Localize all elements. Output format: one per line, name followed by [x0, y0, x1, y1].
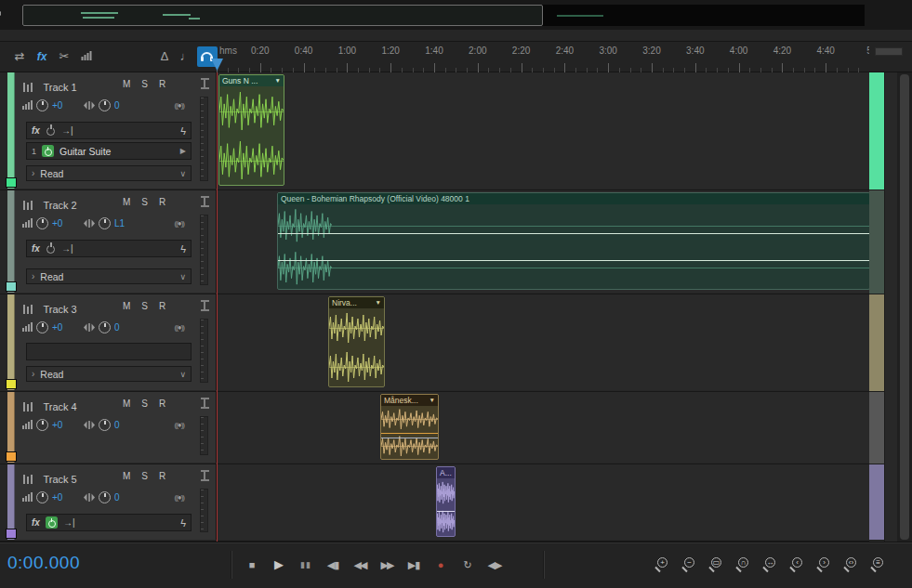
timeline-navigator[interactable] [22, 5, 865, 26]
rewind-button[interactable]: ◀◀ [351, 556, 368, 573]
insert-effect-name[interactable]: Guitar Suite [59, 146, 111, 157]
solo-button[interactable]: S [141, 399, 148, 409]
arm-record-button[interactable]: R [159, 399, 165, 409]
pan-value[interactable]: 0 [114, 322, 131, 333]
record-button[interactable]: ● [432, 556, 449, 573]
clip-header[interactable]: Månesk... ▼ [381, 395, 438, 406]
mute-button[interactable]: M [123, 301, 130, 311]
pan-value[interactable]: 0 [114, 492, 131, 503]
fx-label[interactable]: fx [32, 243, 40, 254]
power-icon[interactable] [46, 125, 56, 136]
power-icon[interactable] [46, 516, 58, 529]
input-routing-icon[interactable]: →| [61, 243, 73, 254]
audio-clip[interactable]: Queen - Bohemian Rhapsody (Official Vide… [277, 192, 870, 290]
track-color-chip[interactable] [7, 178, 16, 187]
volume-value[interactable]: +0 [52, 218, 69, 229]
clip-menu-icon[interactable]: ▼ [376, 297, 381, 308]
solo-button[interactable]: S [141, 471, 148, 481]
track-color-strip[interactable] [7, 464, 15, 540]
automation-mode-select[interactable]: › Read ∨ [26, 165, 192, 181]
track-color-chip[interactable] [7, 282, 16, 291]
scrollbar-thumb[interactable] [900, 74, 909, 540]
solo-button[interactable]: S [141, 301, 148, 311]
razor-tool-button[interactable]: ✂ [54, 46, 74, 67]
mute-button[interactable]: M [123, 197, 130, 207]
mute-button[interactable]: M [123, 399, 130, 409]
effects-toggle-button[interactable]: fx [32, 46, 52, 67]
clip-header[interactable]: Guns N ... ▼ [219, 75, 284, 86]
solo-button[interactable]: S [141, 79, 148, 89]
zoom-out-button[interactable]: − [681, 555, 699, 574]
disclosure-icon[interactable]: › [32, 369, 34, 379]
volume-value[interactable]: +0 [52, 322, 69, 333]
zoom-center-button[interactable]: ↔ [761, 555, 780, 574]
track-lane[interactable]: A... [217, 464, 869, 540]
mute-button[interactable]: M [123, 79, 130, 89]
volume-value[interactable]: +0 [52, 492, 69, 503]
pan-envelope-line[interactable] [381, 438, 438, 438]
track-lane[interactable]: Guns N ... ▼ [217, 72, 869, 189]
play-button[interactable]: ▶ [271, 556, 287, 573]
automation-mode-select[interactable]: › Read ∨ [26, 366, 192, 382]
fx-label[interactable]: fx [32, 125, 40, 136]
input-monitor-icon[interactable]: ((●)) [175, 101, 185, 110]
input-monitor-icon[interactable]: ((●)) [175, 493, 185, 502]
arm-record-button[interactable]: R [159, 197, 165, 207]
input-monitor-icon[interactable]: ((●)) [175, 421, 185, 429]
volume-value[interactable]: +0 [52, 420, 69, 430]
solo-button[interactable]: S [141, 197, 148, 207]
zoom-in-point-button[interactable]: ‹ [788, 555, 807, 574]
loop-playback-button[interactable]: ↻ [459, 556, 476, 573]
timeline-ruler[interactable]: hms 0:200:401:001:201:402:002:202:403:00… [217, 42, 869, 72]
go-to-start-button[interactable]: ◀▮ [324, 556, 341, 573]
track-lane[interactable]: Månesk... ▼ [217, 392, 869, 463]
clip-header[interactable]: Nirva... ▼ [329, 297, 384, 308]
volume-envelope-line[interactable] [381, 433, 438, 434]
power-icon[interactable] [46, 243, 56, 254]
track-color-strip[interactable] [7, 190, 15, 293]
audio-clip[interactable]: A... [436, 466, 456, 537]
volume-envelope-line[interactable] [278, 260, 869, 261]
arm-record-button[interactable]: R [159, 79, 165, 89]
input-monitor-icon[interactable]: ((●)) [175, 219, 185, 228]
pan-value[interactable]: 0 [114, 100, 131, 111]
pan-knob[interactable] [99, 321, 111, 333]
track-name[interactable]: Track 2 [43, 200, 76, 211]
volume-knob[interactable] [36, 419, 48, 431]
mute-button[interactable]: M [123, 471, 130, 481]
disclosure-icon[interactable]: › [32, 271, 34, 281]
visible-range-handle[interactable] [22, 5, 543, 26]
zoom-between-points-button[interactable]: ‹› [842, 555, 861, 574]
lightning-icon[interactable]: ϟ [180, 243, 186, 255]
insert-menu-arrow-icon[interactable]: ▶ [180, 147, 186, 155]
automation-mode-select[interactable]: › Read ∨ [26, 268, 192, 284]
zoom-to-selection-button[interactable]: ∩ [734, 555, 753, 574]
track-name[interactable]: Track 1 [43, 82, 76, 93]
pan-knob[interactable] [99, 491, 111, 503]
volume-envelope-line[interactable] [437, 511, 455, 512]
clip-header[interactable]: Queen - Bohemian Rhapsody (Official Vide… [278, 193, 869, 204]
clip-header[interactable]: A... [437, 467, 455, 478]
track-lane[interactable]: Nirva... ▼ [217, 294, 869, 390]
audio-clip[interactable]: Nirva... ▼ [328, 296, 385, 387]
input-monitor-icon[interactable]: ((●)) [175, 323, 185, 332]
zoom-options-button[interactable]: ≡ [869, 555, 888, 574]
go-to-end-button[interactable]: ▶▮ [405, 556, 422, 573]
skip-selection-button[interactable]: ◀▶ [486, 556, 503, 573]
track-color-strip[interactable] [7, 294, 15, 390]
arm-record-button[interactable]: R [159, 301, 165, 311]
navigator-zoom-icon[interactable]: + [0, 7, 6, 25]
move-tool-button[interactable]: ⇄ [9, 46, 30, 67]
volume-knob[interactable] [36, 491, 48, 503]
audio-clip[interactable]: Guns N ... ▼ [218, 74, 284, 186]
pan-knob[interactable] [99, 217, 111, 229]
playhead-time-display[interactable]: 0:00.000 [7, 553, 80, 573]
volume-value[interactable]: +0 [52, 100, 69, 111]
slip-tool-button[interactable] [76, 46, 97, 67]
empty-slot-row[interactable] [26, 343, 192, 360]
pan-knob[interactable] [99, 419, 111, 431]
disclosure-icon[interactable]: › [32, 168, 34, 178]
zoom-out-point-button[interactable]: › [815, 555, 834, 574]
arm-record-button[interactable]: R [159, 471, 165, 481]
fx-label[interactable]: fx [32, 517, 40, 528]
